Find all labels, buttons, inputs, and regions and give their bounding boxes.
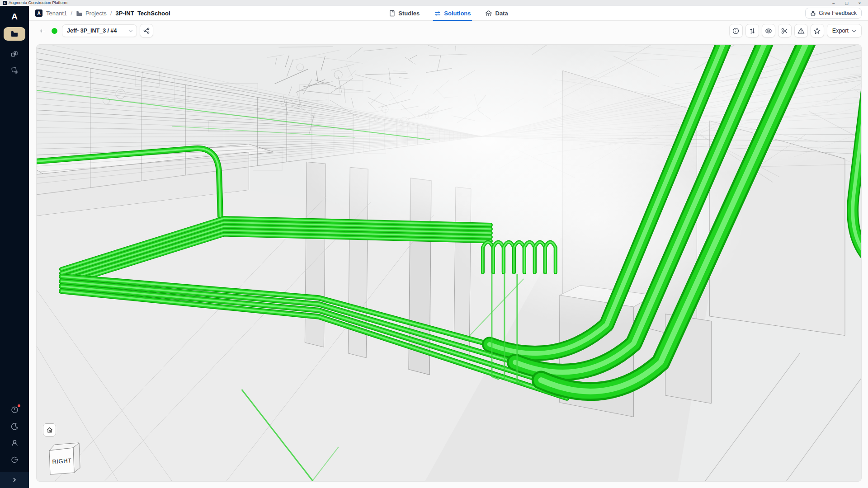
- info-icon: [732, 28, 739, 34]
- folder-icon: [10, 30, 19, 38]
- arrow-left-icon: [40, 28, 45, 34]
- back-button[interactable]: [37, 25, 48, 36]
- view-cube[interactable]: RIGHT: [44, 441, 85, 479]
- solution-selector-value: Jeff- 3P_INT_3 / #4: [67, 28, 117, 34]
- sidebar-item-logout[interactable]: [10, 455, 19, 464]
- info-button[interactable]: [729, 24, 743, 38]
- breadcrumb-current-project: 3P-INT_TechSchool: [115, 10, 170, 17]
- solution-selector-dropdown[interactable]: Jeff- 3P_INT_3 / #4: [62, 24, 137, 37]
- export-button[interactable]: Export: [827, 24, 862, 38]
- home-icon: [47, 427, 53, 433]
- star-icon: [814, 28, 821, 34]
- close-button[interactable]: ×: [859, 1, 861, 5]
- swap-vertical-icon: [749, 28, 755, 34]
- tab-studies[interactable]: Studies: [389, 6, 420, 21]
- sidebar-item-notifications[interactable]: [10, 405, 19, 414]
- breadcrumb-separator: /: [110, 10, 112, 17]
- window-controls: – ▢ ×: [832, 1, 865, 5]
- bug-icon: [810, 10, 816, 16]
- breadcrumb-tenant[interactable]: Tenant1: [46, 10, 67, 17]
- tab-solutions[interactable]: Solutions: [434, 6, 471, 21]
- sidebar-expand-button[interactable]: [0, 472, 29, 488]
- restore-button[interactable]: ▢: [844, 1, 849, 5]
- eye-icon: [765, 28, 772, 34]
- tenant-logo: A: [35, 9, 42, 17]
- notification-badge: [18, 404, 20, 407]
- favorite-button[interactable]: [811, 24, 824, 38]
- view-cube-side-face[interactable]: [73, 443, 80, 473]
- tab-solutions-label: Solutions: [444, 10, 471, 17]
- give-feedback-label: Give Feedback: [819, 10, 857, 16]
- export-label: Export: [832, 28, 849, 34]
- data-gem-icon: [486, 10, 492, 17]
- main-tabs: Studies Solutions Data: [389, 6, 508, 21]
- breadcrumb-projects[interactable]: Projects: [76, 10, 107, 17]
- breadcrumb-separator: /: [71, 10, 72, 17]
- sidebar-logo: A: [11, 12, 18, 22]
- sidebar-item-modules[interactable]: [10, 50, 19, 58]
- 3d-viewport[interactable]: RIGHT: [36, 44, 862, 482]
- viewer-toolbar: Jeff- 3P_INT_3 / #4: [29, 21, 868, 41]
- app-icon: A: [3, 1, 7, 5]
- window-title: Augmenta Construction Platform: [9, 0, 67, 6]
- tab-data[interactable]: Data: [486, 6, 508, 21]
- toolbar-right-group: Export: [726, 24, 862, 38]
- moon-icon: [10, 422, 19, 431]
- sidebar-item-theme[interactable]: [10, 422, 19, 431]
- breadcrumb-projects-label: Projects: [85, 10, 107, 17]
- 3d-viewport-scene[interactable]: [37, 45, 861, 481]
- os-titlebar: A Augmenta Construction Platform – ▢ ×: [0, 0, 868, 6]
- user-icon: [10, 439, 19, 447]
- modules-grid-icon: [10, 50, 19, 58]
- sidebar-item-account[interactable]: [10, 439, 19, 447]
- chevron-down-icon: [128, 29, 133, 33]
- solution-status-dot: [52, 28, 57, 34]
- sidebar-bottom-group: [10, 401, 19, 468]
- chevron-right-icon: [12, 477, 17, 483]
- solutions-flow-icon: [434, 10, 441, 17]
- chevron-down-icon: [852, 29, 856, 33]
- app-header: A Tenant1 / Projects / 3P-INT_TechSchool…: [29, 6, 868, 21]
- warning-triangle-icon: [797, 28, 805, 34]
- folder-icon: [76, 10, 83, 17]
- breadcrumb: A Tenant1 / Projects / 3P-INT_TechSchool: [35, 9, 170, 17]
- section-cut-button[interactable]: [778, 24, 792, 38]
- view-cube-label: RIGHT: [52, 457, 72, 465]
- sidebar-item-studies[interactable]: [10, 66, 19, 75]
- document-icon: [389, 10, 395, 17]
- home-view-button[interactable]: [43, 423, 56, 436]
- share-button[interactable]: [140, 24, 153, 38]
- minimize-button[interactable]: –: [832, 1, 835, 5]
- tab-studies-label: Studies: [398, 10, 420, 17]
- study-flask-icon: [10, 66, 19, 75]
- logout-icon: [10, 455, 19, 464]
- warnings-button[interactable]: [794, 24, 808, 38]
- share-icon: [143, 28, 150, 34]
- tab-data-label: Data: [495, 10, 508, 17]
- scissors-icon: [781, 28, 788, 34]
- sidebar: A: [0, 6, 29, 488]
- compare-button[interactable]: [745, 24, 759, 38]
- give-feedback-button[interactable]: Give Feedback: [805, 8, 862, 19]
- visibility-button[interactable]: [762, 24, 775, 38]
- sidebar-item-projects[interactable]: [4, 27, 25, 41]
